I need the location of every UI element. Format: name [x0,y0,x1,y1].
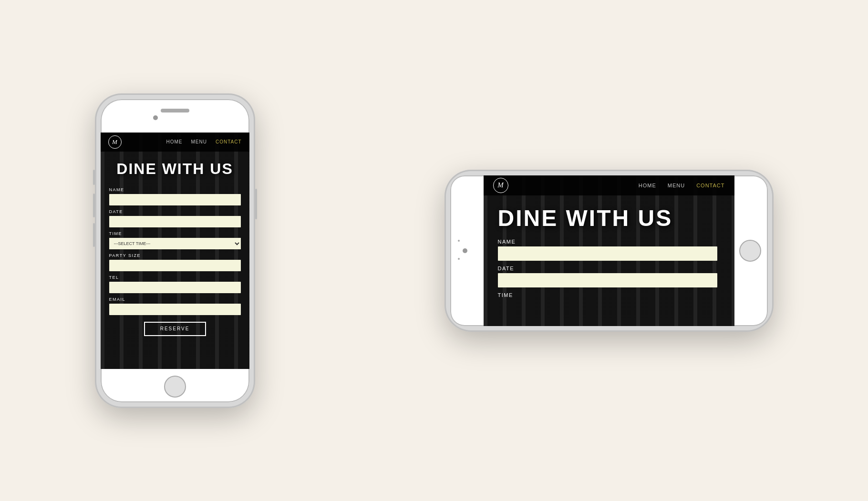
label-party-size: PARTY SIZE [109,253,241,258]
landscape-logo: M [493,178,508,193]
side-button-right [255,189,257,219]
input-party-size[interactable] [109,260,241,271]
label-time: TIME [109,231,241,236]
input-tel[interactable] [109,282,241,293]
hero-title: DINE WITH US [101,152,249,184]
nav-links: HOME MENU CONTACT [166,139,241,144]
select-time[interactable]: ---SELECT TIME--- 12:00 PM 1:00 PM 7:00 … [109,238,241,249]
label-tel: TEL [109,275,241,280]
portrait-app-content: M HOME MENU CONTACT DINE WITH US NAME [101,133,249,369]
landscape-phone-inner: M HOME MENU CONTACT DINE WITH US NAME [450,175,768,326]
landscape-nav-menu[interactable]: MENU [668,183,685,188]
landscape-nav-contact[interactable]: CONTACT [696,183,724,188]
landscape-label-time: TIME [498,292,720,298]
nav-contact[interactable]: CONTACT [216,139,242,144]
landscape-label-name: NAME [498,239,720,245]
landscape-label-date: DATE [498,266,720,271]
side-button-left-1 [93,170,95,185]
landscape-input-name[interactable] [498,246,717,261]
side-dot-1 [458,240,460,242]
input-email[interactable] [109,304,241,315]
portrait-navbar: M HOME MENU CONTACT [101,133,249,152]
logo: M [108,135,122,149]
portrait-app: M HOME MENU CONTACT DINE WITH US NAME [101,133,249,369]
reserve-button[interactable]: RESERVE [144,322,206,336]
portrait-screen: M HOME MENU CONTACT DINE WITH US NAME [101,133,249,369]
label-name: NAME [109,187,241,192]
landscape-phone: M HOME MENU CONTACT DINE WITH US NAME [444,170,774,332]
label-email: EMAIL [109,297,241,302]
input-name[interactable] [109,194,241,205]
side-dot-2 [458,258,460,260]
home-button[interactable] [164,376,186,398]
landscape-nav-links: HOME MENU CONTACT [639,183,725,188]
speaker [161,109,189,112]
nav-home[interactable]: HOME [166,139,182,144]
landscape-app: M HOME MENU CONTACT DINE WITH US NAME [484,175,734,326]
label-date: DATE [109,209,241,214]
portrait-phone: M HOME MENU CONTACT DINE WITH US NAME [95,93,255,408]
landscape-home-button[interactable] [739,240,761,262]
portrait-phone-inner: M HOME MENU CONTACT DINE WITH US NAME [101,99,249,402]
landscape-app-content: M HOME MENU CONTACT DINE WITH US NAME [484,175,734,326]
input-date[interactable] [109,216,241,227]
nav-menu[interactable]: MENU [191,139,207,144]
side-button-left-3 [93,223,95,247]
landscape-input-date[interactable] [498,273,717,287]
landscape-screen: M HOME MENU CONTACT DINE WITH US NAME [484,175,734,326]
reservation-form: NAME DATE TIME ---SELECT TIME--- 12:00 P… [101,184,249,369]
side-button-left-2 [93,194,95,217]
landscape-camera [463,248,467,253]
landscape-nav-home[interactable]: HOME [639,183,656,188]
landscape-navbar: M HOME MENU CONTACT [484,175,734,195]
landscape-hero-title: DINE WITH US [484,195,734,236]
camera [153,115,158,120]
landscape-form: NAME DATE TIME [484,236,734,300]
